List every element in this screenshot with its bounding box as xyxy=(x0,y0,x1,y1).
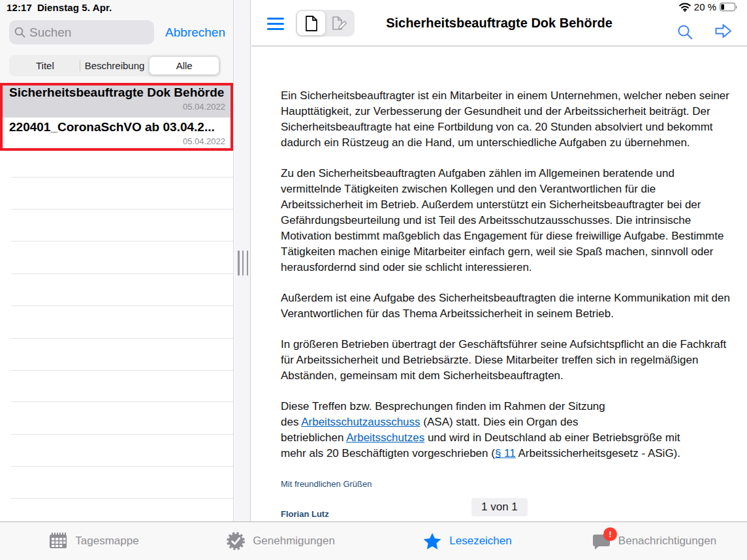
document-title: 220401_CoronaSchVO ab 03.04.2... xyxy=(9,120,225,134)
asa-line2-text: (ASA) statt. Dies ein Organ des xyxy=(421,416,579,428)
empty-list-row xyxy=(11,151,233,178)
search-field[interactable] xyxy=(9,20,154,44)
bottom-tab-bar: Tagesmappe Genehmigungen Lesezeichen xyxy=(0,521,747,560)
paragraph-4: In größeren Betrieben übertragt der Gesc… xyxy=(281,337,731,384)
filter-segmented-control: Titel Beschreibung Alle xyxy=(9,55,221,76)
link-arbeitsschutzes[interactable]: Arbeitsschutzes xyxy=(346,431,424,444)
document-page: Ein Sicherheitsbeauftragter ist ein Mita… xyxy=(251,46,747,522)
asa-line3-text: betrieblichen xyxy=(281,431,346,444)
document-date: 05.04.2022 xyxy=(9,136,225,148)
page-indicator: 1 von 1 xyxy=(471,498,528,516)
paragraph-1: Ein Sicherheitsbeauftragter ist ein Mita… xyxy=(281,88,731,151)
wifi-icon xyxy=(679,3,691,12)
document-edit-icon xyxy=(331,15,348,32)
status-bar-left: 12:17Dienstag 5. Apr. xyxy=(7,2,112,13)
empty-list-row xyxy=(11,339,233,371)
tab-benachrichtigungen[interactable]: ! Benachrichtigungen xyxy=(560,522,747,560)
battery-icon xyxy=(720,3,738,12)
empty-list-row xyxy=(11,435,233,467)
filter-tab-alle[interactable]: Alle xyxy=(149,56,219,75)
app-root: 12:17Dienstag 5. Apr. Abbrechen Titel Be… xyxy=(0,0,747,560)
panel-gutter xyxy=(234,0,251,522)
search-input[interactable] xyxy=(29,25,140,40)
link-paragraph-11[interactable]: § 11 xyxy=(495,447,516,459)
asa-line2-text: des xyxy=(281,416,301,428)
view-mode-read-button[interactable] xyxy=(297,11,325,35)
sidebar-header: 12:17Dienstag 5. Apr. Abbrechen Titel Be… xyxy=(0,0,233,83)
bookmark-star-icon xyxy=(422,532,442,551)
status-date: Dienstag 5. Apr. xyxy=(37,2,112,13)
empty-list-row xyxy=(11,274,233,306)
empty-list-row xyxy=(11,467,233,499)
menu-icon[interactable] xyxy=(267,18,284,30)
asa-line4-text: mehr als 20 Beschäftigten vorgeschrieben… xyxy=(281,447,495,459)
closing-line: Mit freundlichen Grüßen xyxy=(281,476,731,492)
tab-label: Lesezeichen xyxy=(449,535,511,548)
calendar-icon xyxy=(48,532,68,550)
paragraph-3: Außerdem ist eine Aufgabe des Sicherheit… xyxy=(281,290,731,322)
empty-list-row xyxy=(11,306,233,339)
filter-tab-titel[interactable]: Titel xyxy=(10,56,80,75)
empty-list-row xyxy=(11,371,233,402)
list-item-document-2[interactable]: 220401_CoronaSchVO ab 03.04.2... 05.04.2… xyxy=(0,117,233,151)
paragraph-asa: Diese Treffen bzw. Besprechungen finden … xyxy=(281,399,731,461)
search-row: Abbrechen xyxy=(9,20,225,44)
document-viewer-panel: Sicherheitsbeauftragte Dok Behörde Ein S… xyxy=(251,0,747,522)
list-item-document-1[interactable]: Sicherheitsbeauftragte Dok Behörde 05.04… xyxy=(0,83,233,117)
asa-line4-text: Arbeitssicherheitsgesetz - ASiG). xyxy=(516,447,680,459)
view-mode-edit-button[interactable] xyxy=(325,11,353,35)
document-text: Ein Sicherheitsbeauftragter ist ein Mita… xyxy=(281,88,731,522)
document-title: Sicherheitsbeauftragte Dok Behörde xyxy=(9,86,225,100)
empty-list-row xyxy=(11,210,233,241)
status-time: 12:17 xyxy=(7,2,32,13)
cancel-button[interactable]: Abbrechen xyxy=(165,25,225,40)
empty-list-row xyxy=(11,178,233,210)
document-list-sidebar: 12:17Dienstag 5. Apr. Abbrechen Titel Be… xyxy=(0,0,234,522)
asa-line3-text: und wird in Deutschland ab einer Betrieb… xyxy=(424,431,680,444)
link-arbeitsschutzausschuss[interactable]: Arbeitsschutzausschuss xyxy=(301,416,420,428)
document-icon xyxy=(304,15,319,32)
document-list: Sicherheitsbeauftragte Dok Behörde 05.04… xyxy=(0,83,233,522)
status-bar-right: 20 % xyxy=(679,1,738,12)
paragraph-2: Zu den Sicherheitsbeauftragten Aufgaben … xyxy=(281,166,731,275)
forward-arrow-icon[interactable] xyxy=(714,23,733,39)
viewer-search-icon[interactable] xyxy=(677,24,693,40)
viewer-toolbar: Sicherheitsbeauftragte Dok Behörde xyxy=(251,0,747,46)
battery-percent: 20 % xyxy=(694,1,716,12)
tab-label: Genehmigungen xyxy=(253,535,335,548)
notification-badge: ! xyxy=(603,527,617,541)
tab-lesezeichen[interactable]: Lesezeichen xyxy=(374,522,560,560)
tab-tagesmappe[interactable]: Tagesmappe xyxy=(0,522,187,560)
filter-tab-beschreibung[interactable]: Beschreibung xyxy=(80,56,150,75)
tab-genehmigungen[interactable]: Genehmigungen xyxy=(187,522,374,560)
asa-line-1: Diese Treffen bzw. Besprechungen finden … xyxy=(281,399,731,414)
tab-label: Benachrichtigungen xyxy=(618,535,716,548)
view-mode-segmented-control xyxy=(296,10,355,37)
empty-list-row xyxy=(11,241,233,274)
tab-label: Tagesmappe xyxy=(75,535,138,548)
split-drag-handle[interactable] xyxy=(238,251,248,275)
empty-list-row xyxy=(11,402,233,435)
search-icon xyxy=(14,27,25,38)
document-date: 05.04.2022 xyxy=(9,102,225,114)
approval-seal-icon xyxy=(226,531,246,551)
